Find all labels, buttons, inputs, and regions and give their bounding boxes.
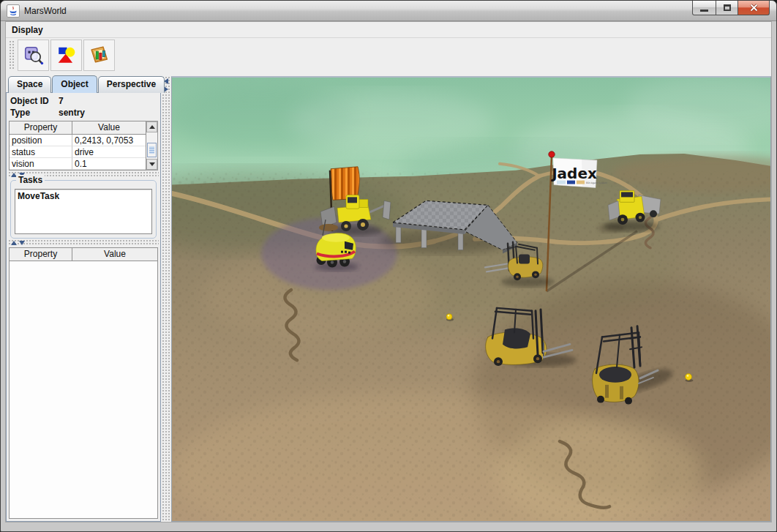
cell-property: status — [10, 146, 72, 158]
object-tab-panel: Object ID 7 Type sentry Property — [6, 92, 161, 522]
cell-value: 0.1 — [72, 158, 146, 170]
task-col-property[interactable]: Property — [10, 248, 72, 261]
toolbar-drag-handle[interactable] — [9, 40, 15, 70]
properties-col-value[interactable]: Value — [72, 121, 146, 134]
tasks-list[interactable]: MoveTask — [15, 189, 152, 234]
window-title: MarsWorld — [24, 6, 67, 16]
menu-display[interactable]: Display — [6, 23, 49, 37]
main-area: Space Object Perspective Object ID 7 Typ… — [6, 72, 771, 522]
maximize-icon — [724, 4, 731, 11]
tab-object[interactable]: Object — [52, 75, 97, 93]
cell-property: vision — [10, 158, 72, 170]
flag-sub-text: BDI Agent System — [586, 181, 607, 184]
title-bar[interactable]: MarsWorld — [1, 1, 776, 21]
scroll-thumb[interactable] — [147, 143, 157, 157]
tab-perspective[interactable]: Perspective — [98, 76, 165, 93]
tab-bar: Space Object Perspective — [6, 76, 161, 93]
geometry-shapes-icon — [56, 45, 77, 65]
task-item[interactable]: MoveTask — [18, 191, 149, 201]
bar-chart-folder-icon — [89, 45, 110, 65]
scroll-up-button[interactable] — [146, 121, 157, 132]
flag-brand-text: Jadex — [550, 165, 597, 182]
cell-value: drive — [72, 146, 146, 158]
properties-scrollbar[interactable] — [146, 121, 158, 171]
object-id-label: Object ID — [10, 96, 59, 106]
frame-body: Display — [5, 21, 772, 522]
menu-bar: Display — [6, 22, 771, 38]
collapse-up-icon[interactable] — [11, 241, 17, 245]
object-info: Object ID 7 Type sentry — [8, 94, 159, 120]
task-properties-wrap: Property Value — [9, 247, 158, 519]
properties-table: Property Value position 0,2413, 0,7053 s… — [9, 121, 146, 171]
tasks-title: Tasks — [16, 175, 45, 185]
magnifier-panel-icon — [23, 45, 44, 65]
sidebar: Space Object Perspective Object ID 7 Typ… — [6, 72, 161, 522]
cell-value: 0,2413, 0,7053 — [72, 135, 146, 146]
table-row[interactable]: position 0,2413, 0,7053 — [10, 135, 146, 146]
maximize-button[interactable] — [716, 1, 738, 15]
object-id-value: 7 — [59, 96, 64, 106]
properties-col-property[interactable]: Property — [10, 121, 72, 134]
app-window: MarsWorld Display — [0, 0, 777, 532]
arrow-up-icon — [149, 125, 155, 129]
task-properties-table: Property Value — [9, 247, 158, 519]
java-coffee-icon — [8, 6, 18, 16]
close-icon — [750, 4, 758, 12]
chart-view-button[interactable] — [83, 40, 115, 71]
task-col-value[interactable]: Value — [72, 248, 157, 261]
cell-property: position — [10, 135, 72, 146]
arrow-down-icon — [149, 162, 155, 166]
tab-space[interactable]: Space — [8, 76, 51, 93]
minimize-icon — [700, 10, 708, 12]
tasks-group: Tasks MoveTask — [10, 180, 157, 239]
table-row[interactable]: vision 0.1 — [10, 158, 146, 170]
java-app-icon — [7, 4, 20, 18]
3d-view[interactable]: Jadex BDI Agent System — [171, 76, 771, 522]
collapse-down-icon[interactable] — [19, 241, 25, 245]
minimize-button[interactable] — [692, 1, 716, 15]
scroll-down-button[interactable] — [146, 159, 157, 170]
table-row[interactable]: status drive — [10, 146, 146, 158]
vertical-splitter[interactable] — [162, 76, 170, 522]
empty-table-body — [10, 261, 157, 518]
toolbar — [6, 38, 771, 72]
shapes-view-button[interactable] — [50, 40, 82, 71]
object-type-label: Type — [10, 108, 59, 118]
properties-table-wrap: Property Value position 0,2413, 0,7053 s… — [9, 121, 158, 171]
scroll-track[interactable] — [146, 132, 157, 159]
close-button[interactable] — [737, 1, 770, 15]
object-type-value: sentry — [59, 108, 85, 118]
horizontal-splitter[interactable] — [8, 239, 159, 246]
zoom-inspect-button[interactable] — [18, 40, 49, 71]
